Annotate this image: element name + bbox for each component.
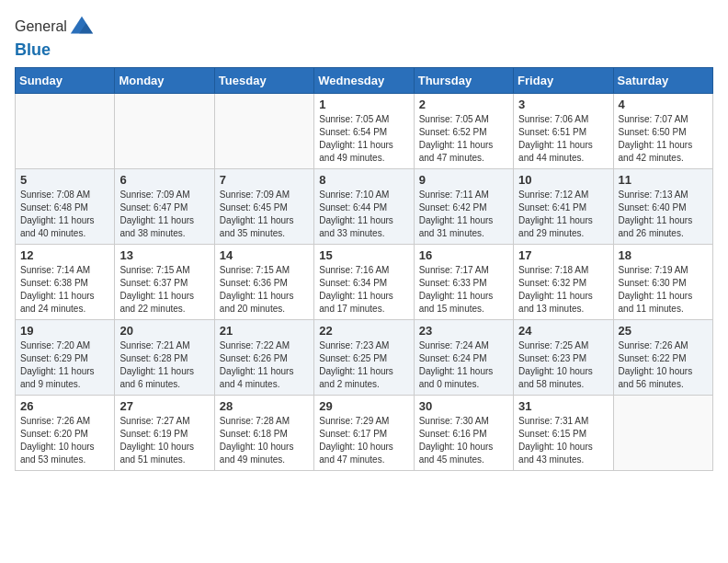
day-info: Sunrise: 7:28 AM Sunset: 6:18 PM Dayligh…	[220, 415, 309, 466]
day-number: 21	[220, 324, 309, 338]
calendar-cell	[115, 94, 214, 169]
day-info: Sunrise: 7:15 AM Sunset: 6:36 PM Dayligh…	[220, 264, 309, 316]
day-header-tuesday: Tuesday	[214, 68, 313, 94]
day-number: 23	[419, 324, 508, 338]
calendar-cell: 22Sunrise: 7:23 AM Sunset: 6:25 PM Dayli…	[314, 320, 414, 396]
day-number: 24	[518, 324, 608, 338]
logo: General Blue	[15, 15, 97, 60]
day-number: 15	[319, 248, 408, 262]
day-info: Sunrise: 7:14 AM Sunset: 6:38 PM Dayligh…	[20, 264, 109, 316]
day-header-monday: Monday	[115, 68, 214, 94]
day-info: Sunrise: 7:30 AM Sunset: 6:16 PM Dayligh…	[419, 415, 508, 466]
day-number: 4	[619, 98, 708, 111]
day-number: 17	[518, 248, 608, 262]
calendar-cell: 8Sunrise: 7:10 AM Sunset: 6:44 PM Daylig…	[314, 169, 414, 245]
calendar-cell: 14Sunrise: 7:15 AM Sunset: 6:36 PM Dayli…	[214, 245, 313, 320]
calendar-cell: 15Sunrise: 7:16 AM Sunset: 6:34 PM Dayli…	[314, 245, 414, 320]
day-number: 27	[119, 399, 209, 413]
calendar-cell	[613, 396, 712, 471]
day-number: 14	[220, 248, 309, 262]
day-info: Sunrise: 7:09 AM Sunset: 6:45 PM Dayligh…	[220, 189, 309, 240]
day-header-sunday: Sunday	[16, 68, 115, 94]
day-number: 5	[20, 173, 109, 187]
day-number: 9	[419, 173, 508, 187]
day-info: Sunrise: 7:23 AM Sunset: 6:25 PM Dayligh…	[319, 339, 408, 391]
day-info: Sunrise: 7:20 AM Sunset: 6:29 PM Dayligh…	[20, 339, 109, 391]
day-info: Sunrise: 7:24 AM Sunset: 6:24 PM Dayligh…	[419, 339, 508, 391]
calendar-week-5: 26Sunrise: 7:26 AM Sunset: 6:20 PM Dayli…	[16, 396, 713, 471]
calendar-cell: 9Sunrise: 7:11 AM Sunset: 6:42 PM Daylig…	[414, 169, 513, 245]
day-info: Sunrise: 7:17 AM Sunset: 6:33 PM Dayligh…	[419, 264, 508, 316]
calendar-table: SundayMondayTuesdayWednesdayThursdayFrid…	[15, 67, 713, 471]
day-number: 30	[419, 399, 508, 413]
calendar-cell: 27Sunrise: 7:27 AM Sunset: 6:19 PM Dayli…	[115, 396, 214, 471]
calendar-week-3: 12Sunrise: 7:14 AM Sunset: 6:38 PM Dayli…	[16, 245, 713, 320]
day-info: Sunrise: 7:08 AM Sunset: 6:48 PM Dayligh…	[20, 189, 109, 240]
day-number: 12	[20, 248, 109, 262]
calendar-cell: 19Sunrise: 7:20 AM Sunset: 6:29 PM Dayli…	[16, 320, 115, 396]
calendar-cell: 29Sunrise: 7:29 AM Sunset: 6:17 PM Dayli…	[314, 396, 414, 471]
calendar-cell: 20Sunrise: 7:21 AM Sunset: 6:28 PM Dayli…	[115, 320, 214, 396]
day-info: Sunrise: 7:09 AM Sunset: 6:47 PM Dayligh…	[119, 189, 209, 240]
day-number: 31	[518, 399, 608, 413]
calendar-cell: 6Sunrise: 7:09 AM Sunset: 6:47 PM Daylig…	[115, 169, 214, 245]
day-header-thursday: Thursday	[414, 68, 513, 94]
day-info: Sunrise: 7:25 AM Sunset: 6:23 PM Dayligh…	[518, 339, 608, 391]
logo-text: General	[15, 15, 97, 40]
calendar-cell: 10Sunrise: 7:12 AM Sunset: 6:41 PM Dayli…	[514, 169, 613, 245]
calendar-cell	[16, 94, 115, 169]
day-info: Sunrise: 7:06 AM Sunset: 6:51 PM Dayligh…	[518, 113, 608, 165]
day-number: 18	[619, 248, 708, 262]
day-number: 28	[220, 399, 309, 413]
day-number: 6	[119, 173, 209, 187]
page-header: General Blue	[15, 15, 713, 60]
day-info: Sunrise: 7:29 AM Sunset: 6:17 PM Dayligh…	[319, 415, 408, 466]
day-header-saturday: Saturday	[613, 68, 712, 94]
day-info: Sunrise: 7:11 AM Sunset: 6:42 PM Dayligh…	[419, 189, 508, 240]
calendar-cell: 23Sunrise: 7:24 AM Sunset: 6:24 PM Dayli…	[414, 320, 513, 396]
day-number: 10	[518, 173, 608, 187]
day-number: 8	[319, 173, 408, 187]
day-number: 16	[419, 248, 508, 262]
calendar-cell: 13Sunrise: 7:15 AM Sunset: 6:37 PM Dayli…	[115, 245, 214, 320]
calendar-cell: 4Sunrise: 7:07 AM Sunset: 6:50 PM Daylig…	[613, 94, 712, 169]
calendar-cell: 21Sunrise: 7:22 AM Sunset: 6:26 PM Dayli…	[214, 320, 313, 396]
day-number: 20	[119, 324, 209, 338]
calendar-week-1: 1Sunrise: 7:05 AM Sunset: 6:54 PM Daylig…	[16, 94, 713, 169]
calendar-cell: 2Sunrise: 7:05 AM Sunset: 6:52 PM Daylig…	[414, 94, 513, 169]
day-number: 3	[518, 98, 608, 111]
calendar-cell: 24Sunrise: 7:25 AM Sunset: 6:23 PM Dayli…	[514, 320, 613, 396]
calendar-cell: 25Sunrise: 7:26 AM Sunset: 6:22 PM Dayli…	[613, 320, 712, 396]
calendar-cell: 30Sunrise: 7:30 AM Sunset: 6:16 PM Dayli…	[414, 396, 513, 471]
calendar-week-2: 5Sunrise: 7:08 AM Sunset: 6:48 PM Daylig…	[16, 169, 713, 245]
calendar-cell: 17Sunrise: 7:18 AM Sunset: 6:32 PM Dayli…	[514, 245, 613, 320]
day-info: Sunrise: 7:12 AM Sunset: 6:41 PM Dayligh…	[518, 189, 608, 240]
day-number: 2	[419, 98, 508, 111]
day-header-wednesday: Wednesday	[314, 68, 414, 94]
day-number: 25	[619, 324, 708, 338]
day-info: Sunrise: 7:18 AM Sunset: 6:32 PM Dayligh…	[518, 264, 608, 316]
day-number: 1	[319, 98, 408, 111]
calendar-week-4: 19Sunrise: 7:20 AM Sunset: 6:29 PM Dayli…	[16, 320, 713, 396]
calendar-cell: 3Sunrise: 7:06 AM Sunset: 6:51 PM Daylig…	[514, 94, 613, 169]
day-info: Sunrise: 7:22 AM Sunset: 6:26 PM Dayligh…	[220, 339, 309, 391]
day-info: Sunrise: 7:07 AM Sunset: 6:50 PM Dayligh…	[619, 113, 708, 165]
calendar-cell: 12Sunrise: 7:14 AM Sunset: 6:38 PM Dayli…	[16, 245, 115, 320]
calendar-cell: 28Sunrise: 7:28 AM Sunset: 6:18 PM Dayli…	[214, 396, 313, 471]
calendar-cell: 5Sunrise: 7:08 AM Sunset: 6:48 PM Daylig…	[16, 169, 115, 245]
calendar-cell: 26Sunrise: 7:26 AM Sunset: 6:20 PM Dayli…	[16, 396, 115, 471]
day-number: 26	[20, 399, 109, 413]
day-info: Sunrise: 7:19 AM Sunset: 6:30 PM Dayligh…	[619, 264, 708, 316]
day-info: Sunrise: 7:05 AM Sunset: 6:54 PM Dayligh…	[319, 113, 408, 165]
day-number: 13	[119, 248, 209, 262]
day-number: 11	[619, 173, 708, 187]
day-number: 7	[220, 173, 309, 187]
day-number: 19	[20, 324, 109, 338]
day-info: Sunrise: 7:15 AM Sunset: 6:37 PM Dayligh…	[119, 264, 209, 316]
calendar-cell: 31Sunrise: 7:31 AM Sunset: 6:15 PM Dayli…	[514, 396, 613, 471]
day-info: Sunrise: 7:27 AM Sunset: 6:19 PM Dayligh…	[119, 415, 209, 466]
calendar-cell: 18Sunrise: 7:19 AM Sunset: 6:30 PM Dayli…	[613, 245, 712, 320]
day-number: 29	[319, 399, 408, 413]
day-info: Sunrise: 7:31 AM Sunset: 6:15 PM Dayligh…	[518, 415, 608, 466]
day-info: Sunrise: 7:10 AM Sunset: 6:44 PM Dayligh…	[319, 189, 408, 240]
